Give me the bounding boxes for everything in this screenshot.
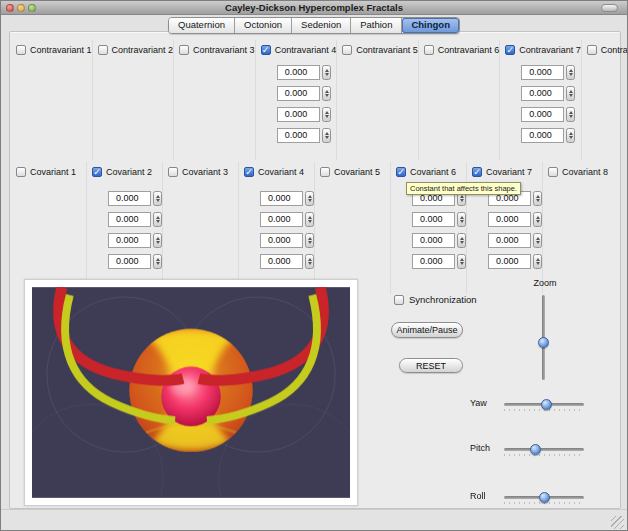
stepper-icon[interactable] [153,212,162,227]
resize-grip[interactable] [611,516,624,529]
tab-sedenion[interactable]: Sedenion [292,18,351,33]
stepper-icon[interactable] [457,254,466,269]
contravariant-7-value-field-1[interactable]: 0.000 [521,65,564,80]
stepper-icon[interactable] [305,233,314,248]
checkbox-checked-icon[interactable]: ✓ [92,167,102,177]
contravariant-checkbox-1[interactable]: Contravariant 1 [11,40,92,56]
covariant-6-value-field-3[interactable]: 0.000 [412,233,455,248]
stepper-icon[interactable] [566,65,575,80]
contravariant-4-value-field-2[interactable]: 0.000 [277,86,320,101]
checkbox-unchecked-icon[interactable] [98,45,108,55]
yaw-slider-label: Yaw [470,398,487,408]
contravariant-checkbox-3[interactable]: Contravariant 3 [174,40,255,56]
checkbox-checked-icon[interactable]: ✓ [261,45,271,55]
titlebar[interactable]: Cayley-Dickson Hypercomplex Fractals [1,1,627,15]
covariant-2-value-field-3[interactable]: 0.000 [108,233,151,248]
pitch-slider-track[interactable] [504,448,584,451]
covariant-6-value-field-4[interactable]: 0.000 [412,254,455,269]
stepper-icon[interactable] [457,233,466,248]
checkbox-icon[interactable] [394,295,404,305]
contravariant-checkbox-8[interactable]: Contravariant 8 [582,40,628,56]
covariant-6-value-field-2[interactable]: 0.000 [412,212,455,227]
stepper-icon[interactable] [322,128,331,143]
pitch-slider[interactable]: Pitch [464,443,600,457]
stepper-icon[interactable] [322,107,331,122]
covariant-4-value-field-3[interactable]: 0.000 [260,233,303,248]
stepper-icon[interactable] [153,254,162,269]
contravariant-7-value-field-3[interactable]: 0.000 [521,107,564,122]
checkbox-unchecked-icon[interactable] [16,45,26,55]
covariant-7-value-field-4[interactable]: 0.000 [488,254,531,269]
covariant-checkbox-5[interactable]: Covariant 5 [315,162,390,178]
checkbox-unchecked-icon[interactable] [168,167,178,177]
contravariant-7-value-field-2[interactable]: 0.000 [521,86,564,101]
covariant-4-value-field-2[interactable]: 0.000 [260,212,303,227]
stepper-icon[interactable] [305,254,314,269]
covariant-checkbox-2[interactable]: ✓Covariant 2 [87,162,162,178]
stepper-icon[interactable] [566,128,575,143]
stepper-icon[interactable] [457,212,466,227]
contravariant-7-value-field-4[interactable]: 0.000 [521,128,564,143]
contravariant-4-value-field-1[interactable]: 0.000 [277,65,320,80]
checkbox-checked-icon[interactable]: ✓ [472,167,482,177]
checkbox-unchecked-icon[interactable] [342,45,352,55]
tab-octonion[interactable]: Octonion [235,18,292,33]
stepper-icon[interactable] [533,254,542,269]
roll-slider[interactable]: Roll [464,491,600,505]
stepper-icon[interactable] [566,86,575,101]
synchronization-checkbox[interactable]: Synchronization [394,294,477,305]
checkbox-checked-icon[interactable]: ✓ [396,167,406,177]
contravariant-checkbox-2[interactable]: Contravariant 2 [93,40,174,56]
contravariant-label-4: Contravariant 4 [275,45,337,55]
covariant-7-value-field-3[interactable]: 0.000 [488,233,531,248]
stepper-icon[interactable] [305,191,314,206]
stepper-icon[interactable] [322,65,331,80]
tab-chingon[interactable]: Chingon [402,18,459,33]
roll-slider-thumb[interactable] [539,492,550,503]
contravariant-checkbox-7[interactable]: ✓Contravariant 7 [500,40,581,56]
tab-pathion[interactable]: Pathion [351,18,402,33]
covariant-4-value-field-4[interactable]: 0.000 [260,254,303,269]
checkbox-unchecked-icon[interactable] [424,45,434,55]
covariant-checkbox-4[interactable]: ✓Covariant 4 [239,162,314,178]
covariant-checkbox-8[interactable]: Covariant 8 [543,162,619,178]
stepper-icon[interactable] [533,191,542,206]
covariant-2-value-field-2[interactable]: 0.000 [108,212,151,227]
toolbar-toggle-button[interactable] [601,4,618,12]
stepper-icon[interactable] [153,191,162,206]
stepper-icon[interactable] [153,233,162,248]
covariant-checkbox-1[interactable]: Covariant 1 [11,162,86,178]
contravariant-checkbox-5[interactable]: Contravariant 5 [337,40,418,56]
checkbox-unchecked-icon[interactable] [320,167,330,177]
checkbox-unchecked-icon[interactable] [179,45,189,55]
stepper-icon[interactable] [322,86,331,101]
contravariant-checkbox-4[interactable]: ✓Contravariant 4 [256,40,337,56]
yaw-slider-thumb[interactable] [541,399,552,410]
stepper-icon[interactable] [566,107,575,122]
stepper-icon[interactable] [533,233,542,248]
checkbox-checked-icon[interactable]: ✓ [244,167,254,177]
checkbox-unchecked-icon[interactable] [548,167,558,177]
covariant-checkbox-3[interactable]: Covariant 3 [163,162,238,178]
covariant-checkbox-7[interactable]: ✓Covariant 7 [467,162,542,178]
contravariant-checkbox-6[interactable]: Contravariant 6 [419,40,500,56]
zoom-slider[interactable] [537,295,549,380]
covariant-2-value-field-4[interactable]: 0.000 [108,254,151,269]
checkbox-checked-icon[interactable]: ✓ [505,45,515,55]
covariant-2-value-field-1[interactable]: 0.000 [108,191,151,206]
checkbox-unchecked-icon[interactable] [16,167,26,177]
fractal-viewport[interactable] [24,279,358,506]
contravariant-4-value-field-4[interactable]: 0.000 [277,128,320,143]
reset-button[interactable]: RESET [399,358,463,373]
animate-pause-button[interactable]: Animate/Pause [391,322,463,338]
covariant-checkbox-6[interactable]: ✓Covariant 6 [391,162,466,178]
stepper-icon[interactable] [533,212,542,227]
yaw-slider[interactable]: Yaw [464,398,600,412]
stepper-icon[interactable] [305,212,314,227]
checkbox-unchecked-icon[interactable] [587,45,597,55]
zoom-slider-thumb[interactable] [538,337,549,348]
covariant-4-value-field-1[interactable]: 0.000 [260,191,303,206]
covariant-7-value-field-2[interactable]: 0.000 [488,212,531,227]
tab-quaternion[interactable]: Quaternion [169,18,235,33]
contravariant-4-value-field-3[interactable]: 0.000 [277,107,320,122]
